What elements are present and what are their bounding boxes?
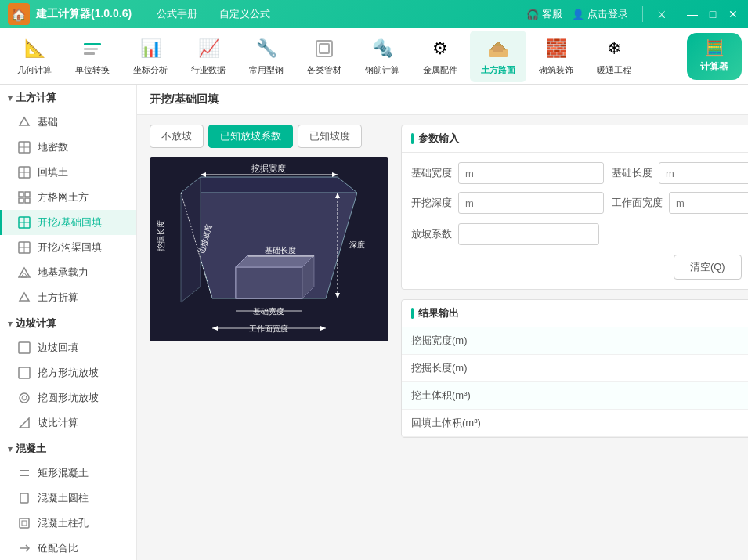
metal-icon: ⚙	[428, 36, 453, 61]
density-icon	[17, 140, 31, 154]
result-value-excavation-width	[592, 327, 748, 355]
toolbar-item-steel-type[interactable]: 🔧 常用型钢	[238, 31, 295, 82]
toolbar-label-steel-type: 常用型钢	[249, 64, 284, 76]
svg-marker-45	[236, 255, 314, 267]
maximize-button[interactable]: □	[706, 7, 720, 21]
toolbar-label-geometry: 几何计算	[17, 64, 52, 76]
customer-service-btn[interactable]: 🎧 客服	[526, 7, 562, 21]
right-panel: 参数输入 基础宽度 基础长度 开挖深度	[401, 125, 748, 548]
toolbar-item-earthwork[interactable]: 土方路面	[470, 31, 526, 82]
toolbar-label-hvac: 暖通工程	[597, 64, 631, 76]
user-icon: 👤	[572, 9, 584, 20]
toolbar-item-masonry[interactable]: 🧱 砌筑装饰	[528, 31, 584, 82]
svg-rect-44	[236, 267, 302, 298]
svg-rect-7	[493, 46, 503, 52]
input-slope-coeff[interactable]	[458, 223, 599, 245]
unit-icon	[80, 36, 105, 61]
concrete-column-icon	[17, 491, 31, 505]
column-hole-icon	[17, 516, 31, 530]
tab-known-slope-coeff[interactable]: 已知放坡系数	[208, 125, 293, 148]
svg-rect-17	[19, 198, 23, 203]
content-body: 不放坡 已知放坡系数 已知坡度	[137, 115, 748, 558]
sidebar-item-trench-backfill[interactable]: 开挖/沟渠回填	[0, 235, 136, 260]
label-slope-coeff: 放坡系数	[411, 227, 452, 241]
login-btn[interactable]: 👤 点击登录	[572, 7, 628, 21]
input-dig-depth[interactable]	[458, 192, 604, 214]
sidebar-item-slope-ratio[interactable]: 坡比计算	[0, 410, 136, 435]
diagram-area: 不放坡 已知放坡系数 已知坡度	[150, 125, 388, 548]
svg-marker-42	[181, 177, 357, 193]
svg-rect-36	[20, 518, 29, 528]
svg-rect-35	[20, 493, 28, 503]
sidebar-item-grid-earthwork[interactable]: 方格网土方	[0, 185, 136, 210]
sidebar-item-round-pit-slope[interactable]: 挖圆形坑放坡	[0, 385, 136, 410]
label-work-width: 工作面宽度	[612, 196, 663, 210]
results-section-title: 结果输出	[402, 300, 748, 327]
sidebar-item-excavate-backfill[interactable]: 开挖/基础回填	[0, 210, 136, 235]
calculator-button[interactable]: 🧮 计算器	[687, 33, 742, 80]
toolbar-item-materials[interactable]: 各类管材	[296, 31, 352, 82]
label-base-width: 基础宽度	[411, 166, 452, 180]
sidebar-item-rect-concrete[interactable]: 矩形混凝土	[0, 461, 136, 486]
minimize-button[interactable]: —	[685, 7, 699, 21]
sidebar-item-slope-backfill[interactable]: 边坡回填	[0, 335, 136, 360]
sidebar-item-density[interactable]: 地密数	[0, 135, 136, 160]
svg-text:工作面宽度: 工作面宽度	[249, 324, 288, 333]
earthwork-icon	[486, 36, 511, 61]
tab-bar: 不放坡 已知放坡系数 已知坡度	[150, 125, 388, 148]
close-button[interactable]: ✕	[726, 7, 740, 21]
toolbar-item-metal[interactable]: ⚙ 金属配件	[412, 31, 468, 82]
svg-marker-27	[20, 293, 29, 301]
toolbar-label-masonry: 砌筑装饰	[539, 64, 573, 76]
svg-rect-28	[19, 342, 30, 353]
sidebar-item-backfill[interactable]: 回填土	[0, 160, 136, 185]
backfill-icon	[17, 165, 31, 179]
toolbar-item-rebar[interactable]: 🔩 钢筋计算	[354, 31, 410, 82]
toolbar-item-unit[interactable]: 单位转换	[64, 31, 121, 82]
sidebar-item-mix-ratio[interactable]: 砼配合比	[0, 536, 136, 560]
input-base-length[interactable]	[659, 162, 748, 184]
svg-marker-26	[21, 273, 27, 277]
sidebar-section-concrete[interactable]: 混凝土	[0, 435, 136, 461]
round-pit-slope-icon	[17, 391, 31, 405]
sidebar-section-earthwork[interactable]: 土方计算	[0, 85, 136, 110]
sidebar-item-rect-pit-slope[interactable]: 挖方形坑放坡	[0, 360, 136, 385]
input-work-width[interactable]	[669, 192, 748, 214]
mix-ratio-icon	[17, 541, 31, 555]
sidebar-item-column-hole[interactable]: 混凝土柱孔	[0, 511, 136, 536]
btn-row: 清空(Q) 计算(S)	[402, 255, 748, 289]
trench-backfill-icon	[17, 240, 31, 255]
svg-rect-29	[19, 367, 30, 378]
headset-icon: 🎧	[526, 9, 539, 20]
hvac-icon: ❄	[602, 36, 627, 61]
toolbar-item-industry[interactable]: 📈 行业数据	[180, 31, 237, 82]
toolbar-label-unit: 单位转换	[75, 64, 110, 76]
slope-backfill-icon	[17, 341, 31, 355]
clear-button[interactable]: 清空(Q)	[674, 255, 742, 280]
toolbar-item-geometry[interactable]: 📐 几何计算	[6, 31, 63, 82]
tab-no-slope[interactable]: 不放坡	[150, 125, 204, 148]
geometry-icon: 📐	[22, 36, 47, 61]
sidebar-section-slope[interactable]: 边坡计算	[0, 310, 136, 335]
menu-formula-handbook[interactable]: 公式手册	[147, 4, 207, 24]
result-row-excavation-width: 挖掘宽度(m)	[402, 327, 748, 355]
result-value-excavation-length	[592, 355, 748, 382]
tab-known-slope-angle[interactable]: 已知坡度	[298, 125, 362, 148]
svg-rect-2	[84, 52, 95, 55]
rect-concrete-icon	[17, 466, 31, 480]
sidebar-item-bearing[interactable]: 地基承载力	[0, 260, 136, 285]
sidebar-item-foundation[interactable]: 基础	[0, 110, 136, 135]
titlebar-right: 🎧 客服 👤 点击登录 ⚔ — □ ✕	[526, 6, 740, 22]
input-base-width[interactable]	[458, 162, 604, 184]
main-layout: 土方计算 基础 地密数 回填土 方格网土方	[0, 85, 748, 560]
steel-type-icon: 🔧	[254, 36, 279, 61]
game-icon[interactable]: ⚔	[657, 9, 667, 20]
menu-custom-formula[interactable]: 自定义公式	[210, 4, 280, 24]
param-base-length: 基础长度	[612, 162, 748, 184]
sidebar-item-concrete-column[interactable]: 混凝土圆柱	[0, 486, 136, 511]
param-dig-depth: 开挖深度	[411, 192, 604, 214]
toolbar-item-hvac[interactable]: ❄ 暖通工程	[586, 31, 642, 82]
toolbar-item-coord[interactable]: 📊 坐标分析	[122, 31, 179, 82]
sidebar-item-earthwork-convert[interactable]: 土方折算	[0, 285, 136, 310]
app-title: 建工计算器(1.0.0.6)	[36, 7, 132, 21]
